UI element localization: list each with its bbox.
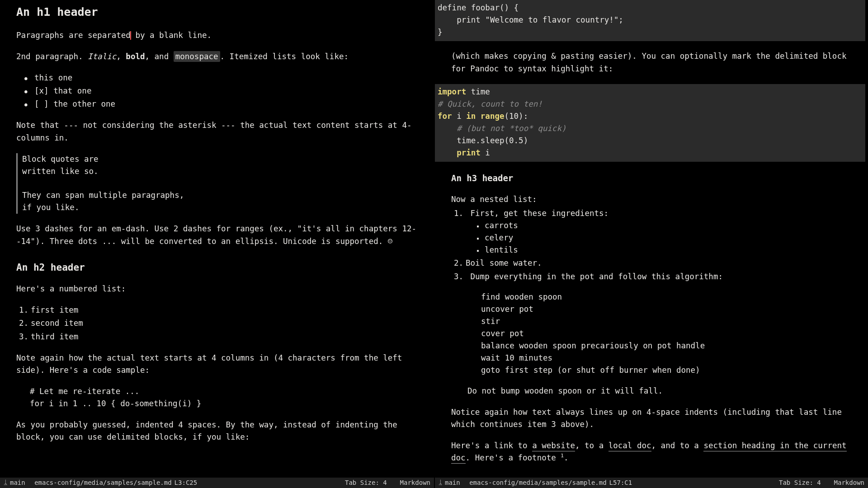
cursor-position[interactable]: L57:C1 — [609, 478, 632, 488]
paragraph-2: 2nd paragraph. Italic, bold, and monospa… — [16, 51, 418, 63]
modeline-right: ᛦ main emacs-config/media/samples/sample… — [435, 477, 868, 488]
file-path[interactable]: emacs-config/media/samples/sample.md — [34, 478, 171, 488]
bq-line: Block quotes are — [22, 153, 418, 165]
h3-header: An h3 header — [451, 172, 852, 185]
note2-paragraph: Note again how the actual text starts at… — [16, 352, 418, 376]
code-sample-indented: # Let me re-iterate ... for i in 1 .. 10… — [30, 385, 418, 410]
vc-branch[interactable]: main — [445, 478, 460, 488]
bullet-list: this one [x] that one [ ] the other one — [24, 72, 418, 110]
footnote-ref[interactable]: 1 — [561, 453, 564, 459]
right-view[interactable]: define foobar() { print "Welcome to flav… — [435, 0, 868, 477]
list-item: Dump everything in the pot and follow th… — [454, 271, 852, 397]
notice-paragraph: Notice again how text always lines up on… — [451, 406, 852, 431]
numbered-list: first item second item third item — [19, 304, 418, 343]
note3-paragraph: As you probably guessed, indented 4 spac… — [16, 419, 418, 443]
pandoc-paragraph: (which makes copying & pasting easier). … — [451, 50, 852, 75]
tab-size[interactable]: Tab Size: 4 — [345, 478, 387, 488]
h1-header: An h1 header — [16, 4, 418, 21]
p2-suffix: . Itemized lists look like: — [220, 52, 349, 61]
list-item: third item — [19, 331, 418, 343]
code-block-python: import time # Quick, count to ten! for i… — [435, 84, 865, 162]
cursor-position[interactable]: L3:C25 — [175, 478, 198, 488]
italic-text: Italic — [88, 52, 116, 61]
bold-text: bold — [126, 52, 145, 61]
list-item: second item — [19, 317, 418, 329]
warning-paragraph: Do not bump wooden spoon or it will fall… — [467, 385, 852, 397]
note-paragraph: Note that --- not considering the asteri… — [16, 119, 418, 144]
list-item: carrots — [476, 220, 852, 232]
monospace-text: monospace — [174, 51, 220, 62]
vc-branch-icon: ᛦ — [439, 478, 442, 488]
h2-header: An h2 header — [16, 260, 418, 275]
right-pane: define foobar() { print "Welcome to flav… — [434, 0, 868, 488]
left-pane: An h1 header Paragraphs are separated by… — [0, 0, 434, 488]
ingredient-list: carrots celery lentils — [476, 220, 852, 256]
list-item: celery — [476, 232, 852, 244]
modeline-left: ᛦ main emacs-config/media/samples/sample… — [0, 477, 434, 488]
list-item: Boil some water. — [454, 257, 852, 269]
list-item: First, get these ingredients: carrots ce… — [454, 207, 852, 257]
p2-prefix: 2nd paragraph. — [16, 52, 88, 61]
vc-branch-icon: ᛦ — [4, 478, 7, 488]
list-item: [ ] the other one — [24, 98, 418, 110]
dashes-paragraph: Use 3 dashes for an em-dash. Use 2 dashe… — [16, 223, 418, 247]
p1-before-cursor: Paragraphs are separated — [16, 31, 131, 40]
list-item: [x] that one — [24, 85, 418, 97]
vc-branch[interactable]: main — [10, 478, 25, 488]
bq-line: written like so. — [22, 165, 418, 178]
code-block-foobar: define foobar() { print "Welcome to flav… — [435, 0, 865, 41]
tab-size[interactable]: Tab Size: 4 — [779, 478, 821, 488]
nested-intro: Now a nested list: — [451, 193, 852, 206]
bq-line: if you like. — [22, 202, 418, 214]
major-mode[interactable]: Markdown — [400, 478, 430, 488]
bq-gap — [22, 178, 418, 189]
list-item: lentils — [476, 244, 852, 256]
links-paragraph: Here's a link to a website, to a local d… — [451, 440, 852, 464]
p1-after-cursor: by a blank line. — [131, 31, 212, 40]
numlist-intro: Here's a numbered list: — [16, 283, 418, 295]
link-local-doc[interactable]: local doc — [609, 441, 651, 451]
file-path[interactable]: emacs-config/media/samples/sample.md — [469, 478, 606, 488]
left-view[interactable]: An h1 header Paragraphs are separated by… — [0, 0, 434, 477]
bq-line: They can span multiple paragraphs, — [22, 189, 418, 202]
link-website[interactable]: a website — [532, 441, 575, 451]
blockquote: Block quotes are written like so. They c… — [16, 153, 418, 214]
list-item: this one — [24, 72, 418, 84]
nested-list: First, get these ingredients: carrots ce… — [451, 207, 852, 397]
algorithm-steps: find wooden spoon uncover pot stir cover… — [481, 291, 852, 377]
list-item: first item — [19, 304, 418, 316]
major-mode[interactable]: Markdown — [834, 478, 864, 488]
paragraph-1: Paragraphs are separated by a blank line… — [16, 29, 418, 42]
